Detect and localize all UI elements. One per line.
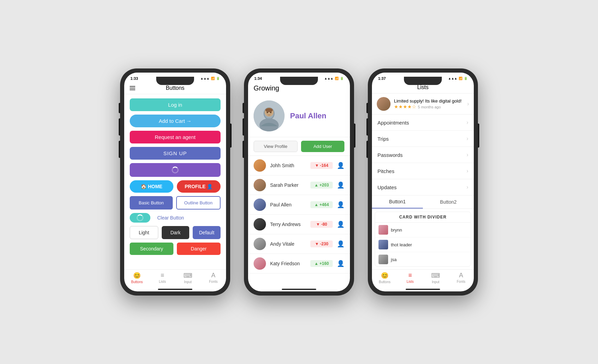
- phone1-title: Buttons: [166, 85, 184, 91]
- default-button[interactable]: Default: [193, 226, 221, 239]
- segmented-control: Button1 Button2: [372, 195, 474, 209]
- card-list-item: thot leader: [375, 237, 471, 252]
- user-list: Johh Smith ▼ -164 👤 Sarah Parker ▲ +203 …: [248, 156, 350, 285]
- card-title: CARD WITH DIVIDER: [375, 212, 471, 223]
- danger-button[interactable]: Danger: [177, 243, 221, 255]
- light-dark-row: Light Dark Default: [130, 226, 221, 239]
- profile-button[interactable]: PROFILE 👤: [177, 180, 221, 193]
- person-icon: 👤: [337, 240, 344, 248]
- chevron-icon: ›: [467, 101, 469, 107]
- promo-text: Limited supply! Its like digital gold! ★…: [394, 98, 464, 110]
- tab-fonts-label: Fonts: [209, 280, 217, 283]
- phone1-tab-bar: 😊 Buttons ≡ Lists ⌨ Input A Fonts: [124, 269, 226, 285]
- secondary-button[interactable]: Secondary: [130, 243, 173, 255]
- card-avatar: [378, 225, 388, 235]
- view-profile-button[interactable]: View Profile: [254, 141, 298, 152]
- user-avatar: [254, 199, 266, 211]
- user-avatar: [254, 257, 266, 270]
- promo-card[interactable]: Limited supply! Its like digital gold! ★…: [372, 94, 474, 115]
- card-with-divider: CARD WITH DIVIDER brynn thot leader jsa: [375, 212, 471, 267]
- toggle-button[interactable]: [130, 213, 150, 223]
- tab-lists-label: Lists: [159, 280, 166, 283]
- tab-lists[interactable]: ≡ Lists: [150, 272, 175, 284]
- person-icon: 👤: [337, 260, 344, 267]
- home-button[interactable]: 🏠 HOME: [130, 180, 173, 193]
- tab-buttons[interactable]: 😊 Buttons: [372, 272, 397, 284]
- user-avatar: [254, 218, 266, 231]
- outline-button[interactable]: Outline Button: [176, 196, 221, 210]
- chevron-icon: ›: [467, 136, 468, 142]
- score-badge: ▲ +203: [310, 182, 333, 189]
- tab-input-label: Input: [432, 280, 439, 284]
- tab-input[interactable]: ⌨ Input: [423, 272, 448, 284]
- add-user-button[interactable]: Add User: [301, 141, 344, 152]
- user-item: Sarah Parker ▲ +203 👤: [248, 175, 350, 195]
- user-item: Johh Smith ▼ -164 👤: [248, 156, 350, 175]
- chevron-icon: ›: [467, 168, 468, 174]
- tab-buttons-icon: 😊: [133, 272, 141, 279]
- user-avatar: [254, 179, 266, 191]
- light-button[interactable]: Light: [130, 226, 158, 239]
- person-icon: 👤: [337, 181, 344, 189]
- hamburger-icon[interactable]: [130, 86, 135, 90]
- score-badge: ▲ +160: [310, 260, 333, 267]
- chevron-icon: ›: [467, 184, 468, 190]
- list-label: Pitches: [377, 168, 467, 174]
- signup-button[interactable]: SIGN UP: [130, 147, 221, 160]
- loading-button[interactable]: [130, 163, 221, 177]
- card-list-item: jsa: [375, 252, 471, 267]
- person-icon: 👤: [337, 201, 344, 208]
- phone-1: 1:33 ▲▲▲📶🔋 Buttons Log in Add to Cart → …: [120, 68, 230, 296]
- card-item-name: thot leader: [391, 242, 412, 247]
- buttons-content: Log in Add to Cart → Request an agent SI…: [124, 94, 226, 269]
- tab-lists-icon: ≡: [161, 272, 164, 279]
- phone3-title: Lists: [417, 84, 429, 90]
- user-item: Paul Allen ▲ +464 👤: [248, 195, 350, 215]
- list-label: Updates: [377, 184, 467, 190]
- tab-input-icon: ⌨: [183, 272, 192, 279]
- secondary-danger-row: Secondary Danger: [130, 243, 221, 255]
- tab-input[interactable]: ⌨ Input: [175, 272, 201, 284]
- chevron-icon: ›: [467, 152, 468, 158]
- list-row-trips[interactable]: Trips ›: [372, 131, 474, 147]
- user-name: Andy Vitale: [270, 241, 306, 247]
- phone1-header: Buttons: [124, 83, 226, 94]
- phone3-status: ▲▲▲📶🔋: [448, 77, 468, 80]
- dark-button[interactable]: Dark: [162, 226, 190, 239]
- tab-fonts[interactable]: A Fonts: [201, 272, 226, 284]
- score-badge: ▼ -164: [310, 162, 333, 169]
- user-avatar: [254, 159, 266, 172]
- tab-buttons[interactable]: 😊 Buttons: [124, 272, 150, 284]
- list-row-appointments[interactable]: Appointments ›: [372, 115, 474, 131]
- list-label: Appointments: [377, 120, 467, 126]
- tab-lists[interactable]: ≡ Lists: [397, 272, 423, 284]
- tab-fonts[interactable]: A Fonts: [448, 272, 474, 284]
- spinner-icon: [172, 167, 179, 173]
- list-label: Trips: [377, 136, 467, 142]
- card-item-name: jsa: [391, 257, 397, 262]
- home-profile-row: 🏠 HOME PROFILE 👤: [130, 180, 221, 193]
- user-name: Terry Andrews: [270, 222, 306, 227]
- tab-buttons-icon: 😊: [381, 272, 388, 279]
- tab-lists-label: Lists: [407, 280, 414, 283]
- list-row-updates[interactable]: Updates ›: [372, 179, 474, 195]
- user-avatar: [254, 238, 266, 250]
- add-to-cart-button[interactable]: Add to Cart →: [130, 115, 221, 127]
- list-row-passwords[interactable]: Passwords ›: [372, 147, 474, 163]
- basic-button[interactable]: Basic Button: [130, 196, 173, 210]
- segment-button2[interactable]: Button2: [423, 195, 474, 208]
- tab-buttons-label: Buttons: [379, 280, 391, 284]
- basic-outline-row: Basic Button Outline Button: [130, 196, 221, 210]
- app-title: Growing: [254, 84, 279, 92]
- list-row-pitches[interactable]: Pitches ›: [372, 163, 474, 179]
- list-items: Appointments › Trips › Passwords › Pitch…: [372, 115, 474, 195]
- tab-fonts-icon: A: [459, 272, 463, 279]
- clear-button[interactable]: Clear Button: [157, 215, 184, 221]
- login-button[interactable]: Log in: [130, 98, 221, 111]
- user-item: Terry Andrews ▼ -80 👤: [248, 215, 350, 234]
- segment-button1[interactable]: Button1: [372, 195, 423, 208]
- phone2-status: ▲▲▲📶🔋: [324, 77, 344, 80]
- profile-name: Paul Allen: [290, 111, 327, 120]
- score-badge: ▼ -230: [310, 240, 333, 247]
- request-agent-button[interactable]: Request an agent: [130, 131, 221, 143]
